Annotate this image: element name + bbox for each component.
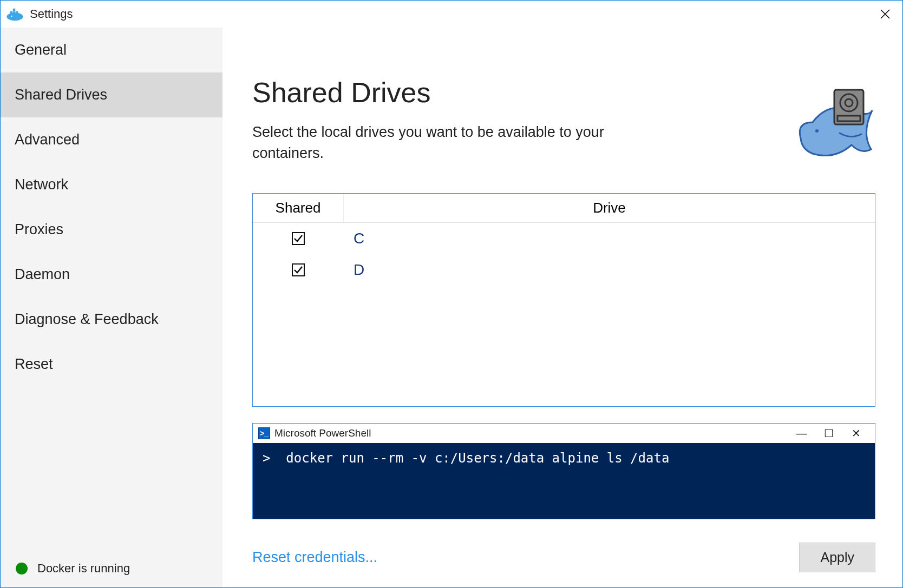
whale-illustration-icon: [791, 79, 878, 168]
main-panel: Shared Drives Select the local drives yo…: [223, 28, 902, 587]
svg-rect-1: [10, 11, 13, 14]
sidebar-item-advanced[interactable]: Advanced: [1, 117, 223, 162]
apply-button[interactable]: Apply: [799, 543, 875, 572]
column-header-drive: Drive: [344, 194, 875, 222]
checkmark-icon: [293, 234, 303, 243]
powershell-close-button[interactable]: ✕: [842, 427, 869, 440]
svg-rect-2: [13, 11, 16, 14]
sidebar-item-network[interactable]: Network: [1, 162, 223, 207]
reset-credentials-link[interactable]: Reset credentials...: [252, 549, 377, 566]
drive-row: C: [253, 223, 875, 254]
checkmark-icon: [293, 265, 303, 275]
powershell-title: Microsoft PowerShell: [274, 427, 788, 439]
powershell-command: > docker run --rm -v c:/Users:/data alpi…: [263, 451, 865, 466]
drives-table: Shared Drive C D: [252, 193, 875, 407]
powershell-minimize-button[interactable]: —: [788, 427, 815, 440]
sidebar: General Shared Drives Advanced Network P…: [1, 28, 223, 587]
titlebar: Settings: [1, 1, 902, 28]
page-subtitle: Select the local drives you want to be a…: [252, 122, 642, 164]
svg-point-8: [815, 129, 819, 133]
drive-checkbox-c[interactable]: [292, 232, 305, 245]
powershell-maximize-button[interactable]: ☐: [815, 427, 842, 440]
footer: Reset credentials... Apply: [252, 543, 875, 572]
powershell-icon: >_: [258, 427, 270, 439]
status-dot-icon: [16, 563, 28, 574]
status-row: Docker is running: [16, 561, 130, 576]
powershell-titlebar: >_ Microsoft PowerShell — ☐ ✕: [253, 424, 875, 443]
sidebar-item-shared-drives[interactable]: Shared Drives: [1, 72, 223, 117]
column-header-shared: Shared: [253, 194, 344, 222]
window-close-button[interactable]: [874, 3, 896, 25]
close-icon: [880, 9, 890, 19]
docker-logo-icon: [6, 6, 25, 22]
sidebar-item-daemon[interactable]: Daemon: [1, 252, 223, 297]
powershell-window: >_ Microsoft PowerShell — ☐ ✕ > docker r…: [252, 423, 875, 519]
window-title: Settings: [30, 7, 874, 21]
svg-rect-3: [16, 11, 18, 14]
sidebar-item-general[interactable]: General: [1, 28, 223, 72]
sidebar-item-diagnose-feedback[interactable]: Diagnose & Feedback: [1, 297, 223, 342]
page-title: Shared Drives: [252, 76, 875, 109]
drive-row: D: [253, 254, 875, 286]
powershell-body: > docker run --rm -v c:/Users:/data alpi…: [253, 443, 875, 519]
drive-checkbox-d[interactable]: [292, 263, 305, 276]
drive-label: D: [344, 261, 875, 279]
sidebar-item-reset[interactable]: Reset: [1, 342, 223, 387]
svg-rect-4: [13, 8, 16, 11]
drives-table-header: Shared Drive: [253, 194, 875, 223]
svg-point-5: [11, 15, 12, 16]
sidebar-item-proxies[interactable]: Proxies: [1, 207, 223, 252]
drive-label: C: [344, 230, 875, 247]
status-text: Docker is running: [37, 561, 130, 576]
